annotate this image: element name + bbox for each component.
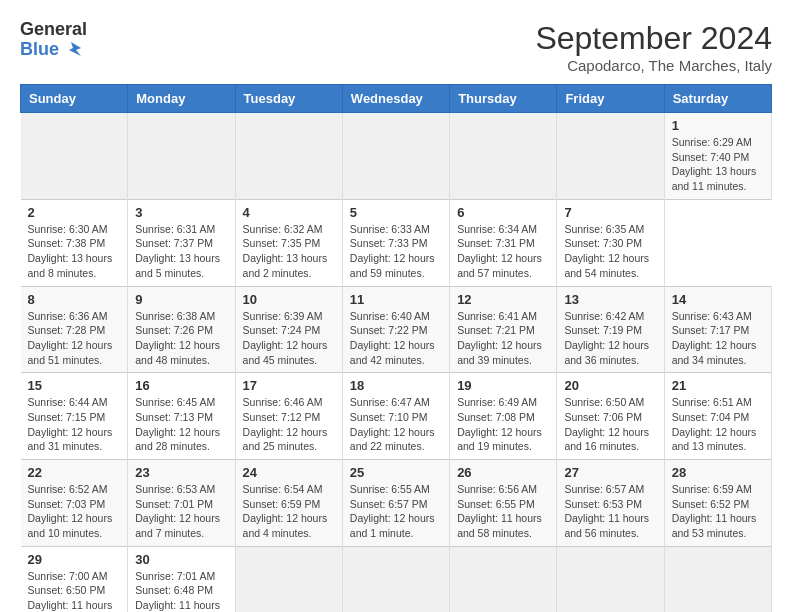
calendar-cell: 3Sunrise: 6:31 AMSunset: 7:37 PMDaylight… bbox=[128, 199, 235, 286]
calendar-table: SundayMondayTuesdayWednesdayThursdayFrid… bbox=[20, 84, 772, 612]
day-info: Sunrise: 6:38 AMSunset: 7:26 PMDaylight:… bbox=[135, 309, 227, 368]
day-number: 18 bbox=[350, 378, 442, 393]
calendar-cell bbox=[342, 113, 449, 200]
day-info: Sunrise: 6:42 AMSunset: 7:19 PMDaylight:… bbox=[564, 309, 656, 368]
day-number: 13 bbox=[564, 292, 656, 307]
day-number: 5 bbox=[350, 205, 442, 220]
calendar-cell: 12Sunrise: 6:41 AMSunset: 7:21 PMDayligh… bbox=[450, 286, 557, 373]
day-info: Sunrise: 6:36 AMSunset: 7:28 PMDaylight:… bbox=[28, 309, 121, 368]
calendar-cell: 19Sunrise: 6:49 AMSunset: 7:08 PMDayligh… bbox=[450, 373, 557, 460]
calendar-cell bbox=[450, 113, 557, 200]
calendar-cell: 14Sunrise: 6:43 AMSunset: 7:17 PMDayligh… bbox=[664, 286, 771, 373]
day-number: 3 bbox=[135, 205, 227, 220]
day-info: Sunrise: 6:59 AMSunset: 6:52 PMDaylight:… bbox=[672, 482, 764, 541]
day-info: Sunrise: 6:30 AMSunset: 7:38 PMDaylight:… bbox=[28, 222, 121, 281]
logo-bird-icon bbox=[61, 40, 81, 60]
calendar-cell: 13Sunrise: 6:42 AMSunset: 7:19 PMDayligh… bbox=[557, 286, 664, 373]
day-info: Sunrise: 6:32 AMSunset: 7:35 PMDaylight:… bbox=[243, 222, 335, 281]
calendar-cell: 18Sunrise: 6:47 AMSunset: 7:10 PMDayligh… bbox=[342, 373, 449, 460]
day-number: 9 bbox=[135, 292, 227, 307]
day-number: 6 bbox=[457, 205, 549, 220]
calendar-cell bbox=[21, 113, 128, 200]
calendar-cell: 15Sunrise: 6:44 AMSunset: 7:15 PMDayligh… bbox=[21, 373, 128, 460]
calendar-cell: 24Sunrise: 6:54 AMSunset: 6:59 PMDayligh… bbox=[235, 460, 342, 547]
calendar-week-5: 22Sunrise: 6:52 AMSunset: 7:03 PMDayligh… bbox=[21, 460, 772, 547]
calendar-cell bbox=[128, 113, 235, 200]
day-info: Sunrise: 6:55 AMSunset: 6:57 PMDaylight:… bbox=[350, 482, 442, 541]
day-info: Sunrise: 6:52 AMSunset: 7:03 PMDaylight:… bbox=[28, 482, 121, 541]
location: Capodarco, The Marches, Italy bbox=[535, 57, 772, 74]
calendar-week-3: 8Sunrise: 6:36 AMSunset: 7:28 PMDaylight… bbox=[21, 286, 772, 373]
header-tuesday: Tuesday bbox=[235, 85, 342, 113]
day-number: 14 bbox=[672, 292, 764, 307]
day-number: 27 bbox=[564, 465, 656, 480]
day-info: Sunrise: 6:46 AMSunset: 7:12 PMDaylight:… bbox=[243, 395, 335, 454]
day-number: 1 bbox=[672, 118, 764, 133]
calendar-cell: 11Sunrise: 6:40 AMSunset: 7:22 PMDayligh… bbox=[342, 286, 449, 373]
day-info: Sunrise: 6:43 AMSunset: 7:17 PMDaylight:… bbox=[672, 309, 764, 368]
calendar-cell: 27Sunrise: 6:57 AMSunset: 6:53 PMDayligh… bbox=[557, 460, 664, 547]
calendar-cell: 10Sunrise: 6:39 AMSunset: 7:24 PMDayligh… bbox=[235, 286, 342, 373]
day-number: 7 bbox=[564, 205, 656, 220]
logo: General Blue bbox=[20, 20, 87, 60]
day-number: 28 bbox=[672, 465, 764, 480]
day-info: Sunrise: 6:53 AMSunset: 7:01 PMDaylight:… bbox=[135, 482, 227, 541]
day-info: Sunrise: 6:49 AMSunset: 7:08 PMDaylight:… bbox=[457, 395, 549, 454]
calendar-cell: 26Sunrise: 6:56 AMSunset: 6:55 PMDayligh… bbox=[450, 460, 557, 547]
calendar-cell: 6Sunrise: 6:34 AMSunset: 7:31 PMDaylight… bbox=[450, 199, 557, 286]
page-header: General Blue September 2024 Capodarco, T… bbox=[20, 20, 772, 74]
day-number: 23 bbox=[135, 465, 227, 480]
calendar-cell: 8Sunrise: 6:36 AMSunset: 7:28 PMDaylight… bbox=[21, 286, 128, 373]
day-number: 15 bbox=[28, 378, 121, 393]
day-number: 22 bbox=[28, 465, 121, 480]
logo-general: General bbox=[20, 20, 87, 40]
day-info: Sunrise: 6:45 AMSunset: 7:13 PMDaylight:… bbox=[135, 395, 227, 454]
header-wednesday: Wednesday bbox=[342, 85, 449, 113]
day-info: Sunrise: 6:41 AMSunset: 7:21 PMDaylight:… bbox=[457, 309, 549, 368]
calendar-cell: 4Sunrise: 6:32 AMSunset: 7:35 PMDaylight… bbox=[235, 199, 342, 286]
day-number: 24 bbox=[243, 465, 335, 480]
day-number: 8 bbox=[28, 292, 121, 307]
day-info: Sunrise: 6:56 AMSunset: 6:55 PMDaylight:… bbox=[457, 482, 549, 541]
day-info: Sunrise: 6:39 AMSunset: 7:24 PMDaylight:… bbox=[243, 309, 335, 368]
day-info: Sunrise: 7:01 AMSunset: 6:48 PMDaylight:… bbox=[135, 569, 227, 612]
day-info: Sunrise: 6:29 AMSunset: 7:40 PMDaylight:… bbox=[672, 135, 764, 194]
day-number: 20 bbox=[564, 378, 656, 393]
header-saturday: Saturday bbox=[664, 85, 771, 113]
day-number: 4 bbox=[243, 205, 335, 220]
day-number: 30 bbox=[135, 552, 227, 567]
calendar-cell: 22Sunrise: 6:52 AMSunset: 7:03 PMDayligh… bbox=[21, 460, 128, 547]
calendar-cell: 30Sunrise: 7:01 AMSunset: 6:48 PMDayligh… bbox=[128, 546, 235, 612]
day-info: Sunrise: 6:35 AMSunset: 7:30 PMDaylight:… bbox=[564, 222, 656, 281]
day-info: Sunrise: 6:57 AMSunset: 6:53 PMDaylight:… bbox=[564, 482, 656, 541]
calendar-week-1: 1Sunrise: 6:29 AMSunset: 7:40 PMDaylight… bbox=[21, 113, 772, 200]
day-number: 26 bbox=[457, 465, 549, 480]
logo-blue: Blue bbox=[20, 40, 87, 60]
title-block: September 2024 Capodarco, The Marches, I… bbox=[535, 20, 772, 74]
day-number: 2 bbox=[28, 205, 121, 220]
day-info: Sunrise: 6:40 AMSunset: 7:22 PMDaylight:… bbox=[350, 309, 442, 368]
header-sunday: Sunday bbox=[21, 85, 128, 113]
calendar-cell: 9Sunrise: 6:38 AMSunset: 7:26 PMDaylight… bbox=[128, 286, 235, 373]
calendar-cell: 21Sunrise: 6:51 AMSunset: 7:04 PMDayligh… bbox=[664, 373, 771, 460]
calendar-week-4: 15Sunrise: 6:44 AMSunset: 7:15 PMDayligh… bbox=[21, 373, 772, 460]
month-title: September 2024 bbox=[535, 20, 772, 57]
calendar-week-2: 2Sunrise: 6:30 AMSunset: 7:38 PMDaylight… bbox=[21, 199, 772, 286]
calendar-cell bbox=[557, 113, 664, 200]
calendar-cell: 2Sunrise: 6:30 AMSunset: 7:38 PMDaylight… bbox=[21, 199, 128, 286]
day-number: 21 bbox=[672, 378, 764, 393]
logo-wordmark: General Blue bbox=[20, 20, 87, 60]
day-number: 17 bbox=[243, 378, 335, 393]
day-info: Sunrise: 6:51 AMSunset: 7:04 PMDaylight:… bbox=[672, 395, 764, 454]
calendar-cell: 20Sunrise: 6:50 AMSunset: 7:06 PMDayligh… bbox=[557, 373, 664, 460]
day-info: Sunrise: 6:44 AMSunset: 7:15 PMDaylight:… bbox=[28, 395, 121, 454]
calendar-cell bbox=[342, 546, 449, 612]
calendar-cell: 23Sunrise: 6:53 AMSunset: 7:01 PMDayligh… bbox=[128, 460, 235, 547]
calendar-cell bbox=[235, 546, 342, 612]
day-number: 25 bbox=[350, 465, 442, 480]
calendar-cell: 7Sunrise: 6:35 AMSunset: 7:30 PMDaylight… bbox=[557, 199, 664, 286]
day-number: 29 bbox=[28, 552, 121, 567]
day-number: 11 bbox=[350, 292, 442, 307]
header-monday: Monday bbox=[128, 85, 235, 113]
svg-marker-0 bbox=[69, 42, 81, 56]
